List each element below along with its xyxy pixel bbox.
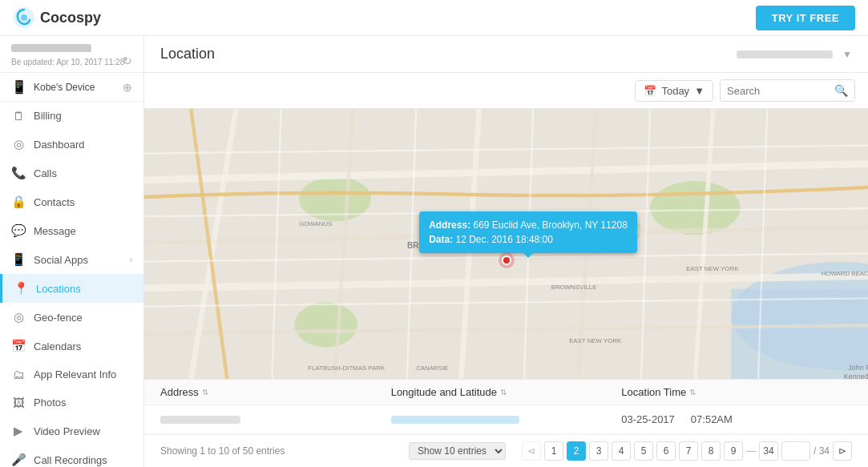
svg-text:GOWANUS: GOWANUS (299, 220, 332, 227)
tooltip-address-line: Address: 669 Euclid Ave, Brooklyn, NY 11… (429, 218, 628, 232)
sidebar-item-billing[interactable]: 🗒 Billing (0, 102, 143, 130)
sidebar-item-app-relevant[interactable]: 🗂 App Relevant Info (0, 360, 143, 388)
next-page-button[interactable]: ⊳ (833, 441, 852, 461)
dropdown-icon[interactable]: ▼ (842, 49, 852, 60)
page-8-button[interactable]: 8 (701, 441, 721, 461)
page-3-button[interactable]: 3 (589, 441, 608, 461)
total-pages-label: / 34 (813, 445, 830, 457)
video-icon: ▶ (11, 424, 26, 438)
page-6-button[interactable]: 6 (656, 441, 676, 461)
coordinates-column-label: Longitude and Latitude (391, 386, 497, 398)
show-entries-select[interactable]: Show 10 entries Show 25 entries Show 50 … (409, 442, 506, 460)
pagination-pages: ⊲ 1 2 3 4 5 6 7 8 9 — 34 / 34 ⊳ (522, 441, 852, 461)
calendars-icon: 📅 (11, 339, 26, 353)
map-location-tooltip: Address: 669 Euclid Ave, Brooklyn, NY 11… (419, 211, 637, 253)
sort-icon-time[interactable]: ⇅ (689, 389, 696, 395)
address-column-header[interactable]: Address ⇅ (160, 386, 391, 398)
sidebar-item-video-preview[interactable]: ▶ Video Preview (0, 417, 143, 445)
pagination-info: Showing 1 to 10 of 50 entries (160, 445, 285, 457)
location-time-column-header[interactable]: Location Time ⇅ (621, 386, 852, 398)
page-9-button[interactable]: 9 (724, 441, 743, 461)
coordinates-column-header[interactable]: Longitude and Latitude ⇅ (391, 386, 622, 398)
device-icon: 📱 (11, 79, 27, 95)
date-value: 03-25-2017 (621, 413, 675, 425)
page-7-button[interactable]: 7 (679, 441, 698, 461)
chevron-right-icon: › (130, 256, 132, 264)
svg-point-6 (650, 181, 740, 235)
sidebar-item-photos[interactable]: 🖼 Photos (0, 388, 143, 417)
page-5-button[interactable]: 5 (634, 441, 653, 461)
sort-icon-coordinates[interactable]: ⇅ (500, 389, 507, 395)
map-toolbar: 📅 Today ▼ 🔍 (144, 73, 868, 109)
svg-text:CANARSIE: CANARSIE (416, 364, 448, 372)
page-title: Location (160, 46, 215, 62)
try-free-button[interactable]: TRY IT FREE (756, 6, 855, 30)
logo-icon (13, 6, 35, 29)
sidebar-item-calls[interactable]: 📞 Calls (0, 159, 143, 187)
sidebar-item-label: Message (34, 225, 76, 237)
tooltip-data-line: Data: 12 Dec. 2016 18:48:00 (429, 232, 628, 247)
search-box: 🔍 (720, 79, 855, 102)
svg-point-1 (21, 14, 27, 21)
sidebar-item-label: Calls (34, 167, 57, 179)
coordinates-blurred (391, 416, 519, 424)
billing-icon: 🗒 (11, 109, 26, 123)
prev-page-button[interactable]: ⊲ (522, 441, 541, 461)
dashboard-icon: ◎ (11, 137, 26, 151)
page-header: Location ▼ (144, 36, 868, 73)
page-jump-input[interactable] (781, 441, 810, 461)
page-34-button[interactable]: 34 (759, 441, 778, 461)
address-blurred (160, 416, 240, 424)
coordinates-cell (391, 416, 622, 424)
address-column-label: Address (160, 386, 199, 398)
calendar-icon: 📅 (644, 85, 656, 97)
location-table: Address ⇅ Longitude and Latitude ⇅ Locat… (144, 379, 868, 434)
sidebar-item-contacts[interactable]: 🔒 Contacts (0, 187, 143, 216)
photos-icon: 🖼 (11, 396, 26, 409)
locations-icon: 📍 (14, 281, 28, 296)
page-4-button[interactable]: 4 (612, 441, 631, 461)
sort-icon-address[interactable]: ⇅ (202, 389, 208, 395)
sidebar-item-social-apps[interactable]: 📱 Social Apps › (0, 245, 143, 274)
sidebar-item-label: Social Apps (34, 254, 88, 266)
sidebar-item-label: Video Preview (34, 425, 100, 437)
sidebar-item-label: Calendars (34, 340, 81, 352)
table-header-row: Address ⇅ Longitude and Latitude ⇅ Locat… (144, 380, 868, 405)
sidebar-item-label: Geo-fence (34, 312, 83, 324)
page-1-button[interactable]: 1 (544, 441, 563, 461)
svg-text:FLATBUSH-DITMAS PARK: FLATBUSH-DITMAS PARK (308, 364, 386, 372)
location-time-column-label: Location Time (621, 386, 686, 398)
sidebar-item-call-recordings[interactable]: 🎤 Call Recordings (0, 445, 143, 467)
sidebar-item-label: Photos (34, 397, 66, 409)
account-bar-right (737, 50, 833, 58)
date-picker-button[interactable]: 📅 Today ▼ (635, 80, 713, 102)
tooltip-address-label: Address: (429, 219, 470, 231)
svg-text:Kennedy: Kennedy (844, 372, 868, 379)
sidebar-item-geo-fence[interactable]: ◎ Geo-fence (0, 303, 143, 332)
contacts-icon: 🔒 (11, 195, 26, 209)
time-value: 07:52AM (691, 413, 733, 425)
search-input[interactable] (727, 85, 831, 97)
sidebar-item-label: App Relevant Info (34, 368, 116, 380)
sidebar-item-calendars[interactable]: 📅 Calendars (0, 332, 143, 360)
sidebar-item-message[interactable]: 💬 Message (0, 216, 143, 245)
logo-text: Cocospy (40, 10, 101, 26)
map-location-pin[interactable] (499, 252, 515, 268)
tooltip-data-value: 12 Dec. 2016 18:48:00 (455, 234, 552, 245)
svg-point-8 (295, 303, 358, 348)
content-area: Location ▼ 📅 Today ▼ 🔍 (144, 36, 868, 467)
message-icon: 💬 (11, 223, 26, 238)
sidebar-item-locations[interactable]: 📍 Locations (0, 274, 143, 303)
svg-text:John F.: John F. (848, 364, 868, 372)
account-name-bar (11, 44, 91, 52)
page-2-button[interactable]: 2 (567, 441, 586, 461)
account-update-text: Be updated: Apr 10, 2017 11:28 (11, 58, 124, 66)
sidebar-item-label: Billing (34, 110, 62, 122)
logo-area: Cocospy (13, 6, 101, 29)
sidebar-item-label: Locations (36, 283, 81, 295)
tooltip-data-label: Data: (429, 234, 453, 245)
sidebar-item-dashboard[interactable]: ◎ Dashboard (0, 130, 143, 159)
device-settings-icon[interactable]: ⊕ (123, 81, 132, 94)
geo-fence-icon: ◎ (11, 310, 26, 324)
device-row: 📱 Kobe's Device ⊕ (0, 73, 143, 102)
